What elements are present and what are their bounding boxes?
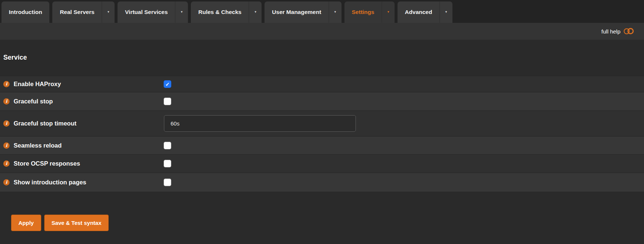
main-tab-bar: IntroductionReal Servers▼Virtual Service…: [0, 0, 644, 23]
field-label: Graceful stop timeout: [14, 120, 77, 127]
field-label: Store OCSP responses: [14, 160, 80, 167]
form-row-graceful-stop: iGraceful stop: [0, 92, 644, 111]
seamless-reload-checkbox[interactable]: [164, 142, 171, 149]
field-control-cell: [164, 179, 644, 186]
tab-label[interactable]: Introduction: [1, 1, 49, 23]
tab-virtual-services[interactable]: Virtual Services▼: [118, 1, 188, 23]
tab-label[interactable]: Rules & Checks: [191, 1, 249, 23]
graceful-stop-checkbox[interactable]: [164, 98, 171, 105]
field-control-cell: [164, 115, 644, 132]
field-label-cell: iEnable HAProxy: [0, 81, 164, 88]
field-label: Graceful stop: [14, 98, 53, 105]
section-title: Service: [0, 40, 644, 61]
info-icon[interactable]: i: [3, 160, 10, 167]
info-icon[interactable]: i: [3, 120, 10, 127]
field-label: Enable HAProxy: [14, 81, 61, 88]
tab-label[interactable]: Advanced: [398, 1, 440, 23]
field-label-cell: iGraceful stop: [0, 98, 164, 105]
check-icon: ✓: [165, 82, 170, 87]
action-button-row: ApplySave & Test syntax: [11, 215, 644, 231]
graceful-stop-timeout-input[interactable]: [164, 115, 356, 132]
help-bar: full help: [0, 23, 644, 40]
show-introduction-pages-checkbox[interactable]: [164, 179, 171, 186]
info-icon[interactable]: i: [3, 179, 10, 185]
tab-label[interactable]: User Management: [265, 1, 329, 23]
field-label: Show introduction pages: [14, 179, 86, 186]
apply-button[interactable]: Apply: [11, 215, 41, 231]
enable-haproxy-checkbox[interactable]: ✓: [164, 81, 171, 88]
chevron-down-icon: ▼: [254, 11, 257, 14]
tab-dropdown-toggle[interactable]: ▼: [249, 1, 262, 23]
tab-settings[interactable]: Settings▼: [344, 1, 395, 23]
form-row-store-ocsp-responses: iStore OCSP responses: [0, 155, 644, 173]
tab-real-servers[interactable]: Real Servers▼: [52, 1, 115, 23]
field-label-cell: iGraceful stop timeout: [0, 120, 164, 127]
tab-dropdown-toggle[interactable]: ▼: [175, 1, 188, 23]
tab-rules-checks[interactable]: Rules & Checks▼: [191, 1, 262, 23]
toggle-circle-right: [627, 28, 634, 34]
full-help-label: full help: [601, 28, 620, 35]
field-control-cell: ✓: [164, 81, 644, 88]
chevron-down-icon: ▼: [334, 11, 337, 14]
tab-label[interactable]: Settings: [344, 1, 382, 23]
tab-user-management[interactable]: User Management▼: [265, 1, 341, 23]
chevron-down-icon: ▼: [387, 11, 390, 14]
tab-dropdown-toggle[interactable]: ▼: [440, 1, 452, 23]
store-ocsp-responses-checkbox[interactable]: [164, 160, 171, 167]
info-icon[interactable]: i: [3, 98, 10, 105]
info-icon[interactable]: i: [3, 81, 10, 87]
field-control-cell: [164, 160, 644, 167]
form-row-seamless-reload: iSeamless reload: [0, 137, 644, 155]
chevron-down-icon: ▼: [107, 11, 110, 14]
field-control-cell: [164, 98, 644, 105]
tab-dropdown-toggle[interactable]: ▼: [329, 1, 342, 23]
chevron-down-icon: ▼: [445, 11, 448, 14]
field-control-cell: [164, 142, 644, 149]
form-row-enable-haproxy: iEnable HAProxy✓: [0, 76, 644, 92]
info-icon[interactable]: i: [3, 142, 10, 149]
chevron-down-icon: ▼: [180, 11, 183, 14]
tab-introduction[interactable]: Introduction: [1, 1, 49, 23]
settings-page: Service iEnable HAProxy✓iGraceful stopiG…: [0, 40, 644, 244]
field-label-cell: iShow introduction pages: [0, 179, 164, 186]
save-test-syntax-button[interactable]: Save & Test syntax: [44, 215, 109, 231]
field-label-cell: iStore OCSP responses: [0, 160, 164, 167]
field-label-cell: iSeamless reload: [0, 142, 164, 149]
form-row-show-introduction-pages: iShow introduction pages: [0, 173, 644, 192]
tab-dropdown-toggle[interactable]: ▼: [102, 1, 115, 23]
tab-label[interactable]: Virtual Services: [118, 1, 175, 23]
tab-label[interactable]: Real Servers: [52, 1, 102, 23]
tab-dropdown-toggle[interactable]: ▼: [382, 1, 395, 23]
field-label: Seamless reload: [14, 142, 62, 149]
form-row-graceful-stop-timeout: iGraceful stop timeout: [0, 111, 644, 137]
tab-advanced[interactable]: Advanced▼: [398, 1, 452, 23]
service-form-table: iEnable HAProxy✓iGraceful stopiGraceful …: [0, 76, 644, 192]
toggle-icon[interactable]: [624, 28, 635, 35]
